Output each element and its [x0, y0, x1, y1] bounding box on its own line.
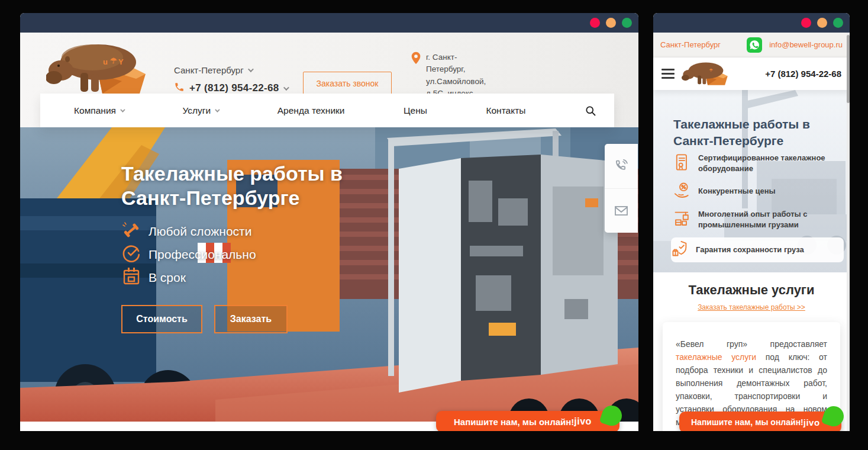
chevron-down-icon[interactable]: [283, 85, 289, 91]
nav-item-company[interactable]: Компания: [74, 105, 124, 116]
discount-icon: [673, 181, 691, 201]
hero-feature-label: Любой сложности: [149, 224, 251, 239]
chevron-down-icon: [248, 66, 254, 72]
maximize-button[interactable]: [622, 18, 632, 28]
services-title: Такелажные услуги: [653, 282, 850, 298]
screenshot-stage: u ☂ Y Санкт-Петербург +7 (812) 954-22-68: [0, 0, 868, 450]
minimize-button[interactable]: [606, 18, 616, 28]
city-selector[interactable]: Санкт-Петербург: [174, 65, 288, 75]
email-link[interactable]: info@bewell-group.ru: [769, 40, 843, 49]
certificate-icon: [673, 153, 691, 173]
mobile-hero-section: Такелажные работы в Санкт-Петербурге Сер…: [653, 90, 850, 272]
mobile-topbar: Санкт-Петербург info@bewell-group.ru: [653, 33, 850, 57]
feature-item: Многолетний опыт работы с промышленными …: [673, 209, 838, 230]
guarantee-icon: [671, 240, 689, 260]
nav-label: Аренда техники: [277, 105, 345, 116]
svg-text:u: u: [103, 57, 108, 66]
hero-feature: Профессионально: [121, 243, 256, 266]
chat-message: Напишите нам, мы онлайн!: [454, 417, 574, 427]
chat-widget[interactable]: Напишите нам, мы онлайн! jivo: [436, 411, 619, 431]
whatsapp-icon[interactable]: [747, 37, 762, 55]
phone-icon: [174, 82, 185, 95]
cost-button[interactable]: Стоимость: [121, 305, 202, 333]
desktop-browser-window: u ☂ Y Санкт-Петербург +7 (812) 954-22-68: [20, 13, 638, 431]
chat-widget[interactable]: Напишите нам, мы онлайн! jivo: [679, 412, 841, 431]
floating-contact-widget: [605, 144, 638, 233]
dumbbell-icon: [121, 220, 141, 243]
calendar-icon: [121, 266, 141, 289]
mobile-browser-window: Санкт-Петербург info@bewell-group.ru: [653, 13, 850, 431]
maximize-button[interactable]: [833, 18, 843, 28]
city-label: Санкт-Петербург: [174, 65, 244, 75]
order-button[interactable]: Заказать: [214, 305, 288, 333]
feature-item: Конкурентные цены: [673, 181, 838, 201]
svg-text:Y: Y: [118, 57, 124, 66]
callback-phone-icon[interactable]: [605, 144, 638, 188]
hero-title: Такелажные работы в Санкт-Петербурге: [121, 162, 343, 211]
close-button[interactable]: [801, 18, 811, 28]
logo-hippo-icon[interactable]: u ☂ Y: [46, 37, 156, 99]
hero-feature-label: Профессионально: [149, 247, 256, 262]
chat-message: Напишите нам, мы онлайн!: [691, 417, 804, 427]
jivo-logo: jivo: [804, 417, 820, 427]
experience-icon: [673, 210, 691, 230]
nav-item-contacts[interactable]: Контакты: [486, 105, 525, 116]
feature-label: Конкурентные цены: [698, 186, 838, 197]
jivo-logo: jivo: [574, 416, 592, 427]
minimize-button[interactable]: [817, 18, 827, 28]
phone-number[interactable]: +7 (812) 954-22-68: [189, 82, 279, 94]
nav-item-services[interactable]: Услуги: [183, 105, 219, 116]
services-section: Такелажные услуги Заказать такелажные ра…: [653, 272, 850, 431]
hero-features: Любой сложности Профессионально В срок: [121, 220, 256, 289]
order-call-button[interactable]: Заказать звонок: [303, 72, 392, 95]
scrollbar-thumb[interactable]: [847, 35, 850, 103]
mobile-titlebar: [653, 13, 850, 33]
phone-number[interactable]: +7 (812) 954-22-68: [765, 69, 841, 79]
svg-text:☂: ☂: [709, 68, 712, 72]
nav-label: Услуги: [183, 105, 211, 116]
nav-label: Цены: [404, 105, 427, 116]
feature-label: Сертифицированное такелажное оборудовани…: [698, 153, 838, 173]
nav-item-equipment-rental[interactable]: Аренда техники: [277, 105, 345, 116]
chevron-down-icon: [120, 107, 125, 112]
mobile-hero-features: Сертифицированное такелажное оборудовани…: [673, 153, 838, 262]
svg-text:☂: ☂: [110, 56, 117, 65]
feature-label: Гарантия сохранности груза: [696, 245, 839, 255]
feature-label: Многолетний опыт работы с промышленными …: [698, 209, 838, 230]
logo-hippo-icon[interactable]: ☂: [682, 59, 733, 89]
desktop-titlebar: [20, 13, 638, 33]
feature-item: Гарантия сохранности груза: [671, 237, 844, 262]
mail-icon[interactable]: [605, 188, 638, 233]
feature-item: Сертифицированное такелажное оборудовани…: [673, 153, 838, 173]
close-button[interactable]: [590, 18, 600, 28]
main-navigation: Компания Услуги Аренда техники Цены Конт…: [40, 94, 614, 127]
nav-label: Контакты: [486, 105, 525, 116]
scrollbar[interactable]: [847, 33, 850, 431]
city-label[interactable]: Санкт-Петербург: [660, 40, 721, 49]
hero-feature: Любой сложности: [121, 220, 256, 243]
hero-feature: В срок: [121, 266, 256, 289]
hamburger-menu-icon[interactable]: [662, 69, 675, 79]
check-circle-icon: [121, 243, 141, 266]
order-rigging-link[interactable]: Заказать такелажные работы >>: [698, 303, 805, 311]
hero-feature-label: В срок: [149, 271, 186, 285]
nav-item-prices[interactable]: Цены: [404, 105, 427, 116]
search-icon[interactable]: [585, 105, 596, 117]
mobile-hero-title: Такелажные работы в Санкт-Петербурге: [673, 116, 810, 149]
hero-section: Такелажные работы в Санкт-Петербурге Люб…: [20, 127, 638, 422]
chevron-down-icon: [215, 107, 220, 112]
rigging-services-link[interactable]: такелажные услуги: [676, 352, 756, 362]
mobile-navbar: ☂ +7 (812) 954-22-68: [653, 57, 850, 90]
nav-label: Компания: [74, 105, 116, 116]
